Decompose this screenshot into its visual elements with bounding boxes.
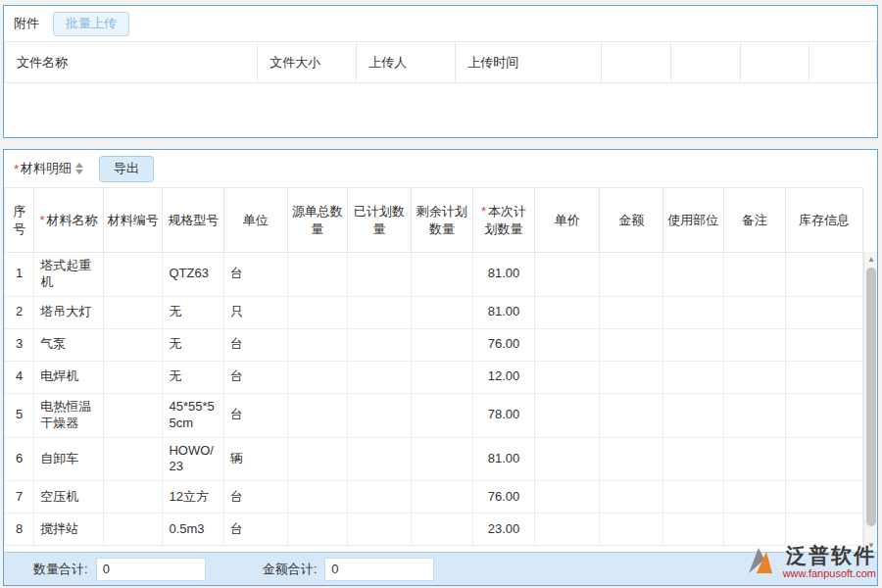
- cell-r4-c5: 台: [224, 361, 288, 393]
- scrollbar-thumb[interactable]: [866, 268, 876, 526]
- cell-r2-c9: 81.00: [473, 296, 535, 328]
- cell-r8-c14: [786, 514, 863, 546]
- material-toolbar: * 材料明细 导出: [4, 150, 877, 187]
- cell-r6-c11: [600, 437, 663, 481]
- qty-total-input[interactable]: [96, 558, 206, 581]
- cell-r7-c10: [534, 481, 600, 514]
- table-row[interactable]: 4电焊机无台12.00: [5, 361, 863, 393]
- cell-r7-c5: 台: [224, 481, 288, 514]
- export-button[interactable]: 导出: [99, 156, 154, 182]
- cell-r2-c11: [600, 296, 663, 328]
- material-column-header-9: *本次计划数量: [473, 188, 535, 253]
- cell-r7-c6: [287, 481, 348, 514]
- cell-r1-c11: [600, 253, 663, 297]
- material-column-header-6: 源单总数量: [287, 188, 348, 253]
- cell-r1-c2: 塔式起重机: [34, 253, 104, 297]
- cell-r4-c13: [723, 361, 786, 393]
- totals-bar: 数量合计: 金额合计:: [4, 552, 877, 585]
- cell-r6-c6: [287, 437, 348, 481]
- material-column-header-8: 剩余计划数量: [411, 188, 473, 253]
- cell-r1-c12: [663, 253, 724, 297]
- attachment-column-header-6: [671, 42, 741, 83]
- cell-r4-c6: [287, 361, 348, 393]
- cell-r3-c7: [348, 328, 412, 361]
- cell-r1-c6: [287, 253, 348, 297]
- cell-r5-c10: [534, 393, 600, 437]
- cell-r2-c3: [103, 296, 163, 328]
- cell-r5-c11: [600, 393, 663, 437]
- cell-r1-c7: [348, 253, 412, 297]
- cell-r8-c4: 0.5m3: [163, 514, 224, 546]
- cell-r6-c13: [723, 437, 786, 481]
- cell-r5-c12: [663, 393, 724, 437]
- table-row[interactable]: 1塔式起重机QTZ63台81.00: [5, 253, 863, 297]
- material-column-header-2: *材料名称: [34, 188, 104, 253]
- cell-r3-c1: 3: [5, 328, 34, 361]
- cell-r6-c4: HOWO/23: [163, 437, 224, 481]
- cell-r5-c2: 电热恒温干燥器: [34, 393, 104, 437]
- cell-r4-c7: [348, 361, 412, 393]
- cell-r3-c14: [786, 328, 863, 361]
- cell-r3-c11: [600, 328, 663, 361]
- cell-r8-c3: [103, 514, 163, 546]
- material-column-header-3: 材料编号: [103, 188, 163, 253]
- attachment-table: 文件名称文件大小上传人上传时间: [4, 41, 877, 83]
- cell-r2-c4: 无: [163, 296, 224, 328]
- cell-r1-c5: 台: [224, 253, 288, 297]
- scroll-down-icon[interactable]: ▼: [864, 538, 877, 552]
- cell-r1-c3: [103, 253, 163, 297]
- cell-r6-c10: [534, 437, 600, 481]
- vertical-scrollbar[interactable]: ▲ ▼: [863, 252, 877, 552]
- cell-r8-c9: 23.00: [473, 514, 535, 546]
- sort-arrows-icon[interactable]: [75, 163, 83, 174]
- table-row[interactable]: 8搅拌站0.5m3台23.00: [5, 514, 863, 546]
- attachment-empty-body: [4, 83, 877, 138]
- required-asterisk: *: [40, 213, 45, 227]
- cell-r5-c3: [103, 393, 163, 437]
- cell-r6-c3: [103, 437, 163, 481]
- cell-r3-c13: [723, 328, 786, 361]
- material-column-header-11: 金额: [600, 188, 663, 253]
- scroll-up-icon[interactable]: ▲: [864, 252, 877, 266]
- cell-r3-c3: [103, 328, 163, 361]
- cell-r8-c13: [723, 514, 786, 546]
- cell-r2-c1: 2: [5, 296, 34, 328]
- cell-r4-c8: [411, 361, 473, 393]
- cell-r5-c9: 78.00: [473, 393, 535, 437]
- cell-r7-c7: [348, 481, 412, 514]
- material-column-header-12: 使用部位: [663, 188, 724, 253]
- table-row[interactable]: 6自卸车HOWO/23辆81.00: [5, 437, 863, 481]
- required-asterisk: *: [14, 162, 19, 176]
- material-column-header-10: 单价: [534, 188, 600, 253]
- cell-r4-c11: [600, 361, 663, 393]
- cell-r7-c2: 空压机: [34, 481, 104, 514]
- table-row[interactable]: 2塔吊大灯无只81.00: [5, 296, 863, 328]
- cell-r2-c6: [287, 296, 348, 328]
- cell-r5-c14: [786, 393, 863, 437]
- attachment-column-header-4: 上传时间: [456, 42, 602, 83]
- cell-r4-c2: 电焊机: [34, 361, 104, 393]
- table-row[interactable]: 7空压机12立方台76.00: [5, 481, 863, 514]
- cell-r7-c3: [103, 481, 163, 514]
- attachment-column-header-1: 文件名称: [5, 42, 258, 83]
- cell-r3-c5: 台: [224, 328, 288, 361]
- attachment-title: 附件: [14, 15, 39, 32]
- cell-r6-c9: 81.00: [473, 437, 535, 481]
- batch-upload-button[interactable]: 批量上传: [53, 12, 129, 36]
- cell-r6-c12: [663, 437, 724, 481]
- cell-r7-c12: [663, 481, 724, 514]
- cell-r4-c3: [103, 361, 163, 393]
- cell-r6-c2: 自卸车: [34, 437, 104, 481]
- cell-r7-c8: [411, 481, 473, 514]
- cell-r1-c8: [411, 253, 473, 297]
- cell-r8-c5: 台: [224, 514, 288, 546]
- cell-r1-c1: 1: [5, 253, 34, 297]
- table-row[interactable]: 5电热恒温干燥器45*55*55cm台78.00: [5, 393, 863, 437]
- table-row[interactable]: 3气泵无台76.00: [5, 328, 863, 361]
- cell-r2-c12: [663, 296, 724, 328]
- material-column-header-5: 单位: [224, 188, 288, 253]
- cell-r3-c4: 无: [163, 328, 224, 361]
- cell-r8-c2: 搅拌站: [34, 514, 104, 546]
- cell-r7-c11: [600, 481, 663, 514]
- amount-total-input[interactable]: [324, 558, 434, 581]
